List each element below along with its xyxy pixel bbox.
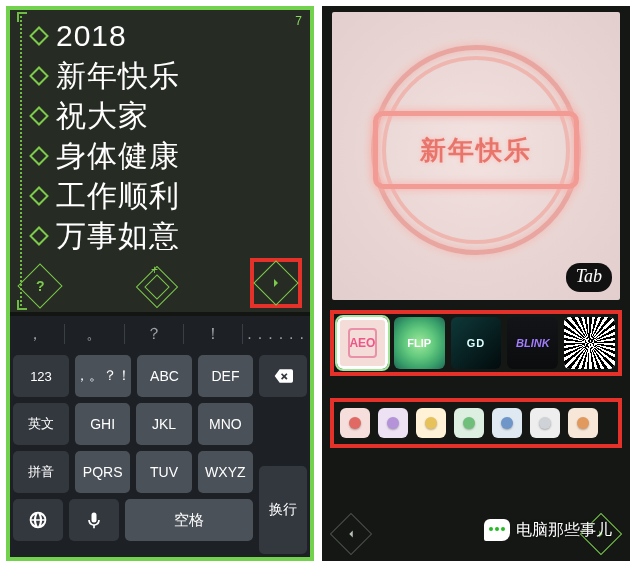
- key-wxyz[interactable]: WXYZ: [198, 451, 253, 493]
- key-return[interactable]: 换行: [259, 466, 307, 554]
- key-pqrs[interactable]: PQRS: [75, 451, 130, 493]
- key-backspace[interactable]: [259, 355, 307, 397]
- preview-canvas[interactable]: 新年快乐 Tab: [332, 12, 620, 300]
- style-preset[interactable]: [564, 317, 615, 369]
- key-space[interactable]: 空格: [125, 499, 253, 541]
- line-bullet-icon: [29, 66, 49, 86]
- text-line[interactable]: 2018: [32, 16, 180, 56]
- line-bullet-icon: [29, 26, 49, 46]
- suggestion-bar[interactable]: ， 。 ？ ！ ......: [10, 316, 310, 352]
- color-swatch[interactable]: [568, 408, 598, 438]
- left-screenshot: 7 2018 新年快乐 祝大家 身体健康 工作顺利 万事如意 ? + ， 。 ？…: [6, 6, 314, 561]
- key-punct[interactable]: ，。？！: [75, 355, 131, 397]
- key-ghi[interactable]: GHI: [75, 403, 130, 445]
- swatch-led-icon: [501, 417, 513, 429]
- suggestion[interactable]: ......: [247, 325, 310, 343]
- color-swatch[interactable]: [340, 408, 370, 438]
- tab-watermark: Tab: [566, 263, 612, 292]
- style-preset[interactable]: GD: [451, 317, 502, 369]
- text-line[interactable]: 新年快乐: [32, 56, 180, 96]
- color-swatch[interactable]: [530, 408, 560, 438]
- canvas-toolbar: ? +: [10, 258, 310, 312]
- suggestion[interactable]: ？: [129, 324, 179, 345]
- swatch-led-icon: [539, 417, 551, 429]
- text-canvas[interactable]: 7 2018 新年快乐 祝大家 身体健康 工作顺利 万事如意 ? +: [10, 10, 310, 312]
- help-button[interactable]: ?: [17, 263, 62, 308]
- text-line[interactable]: 工作顺利: [32, 176, 180, 216]
- key-123[interactable]: 123: [13, 355, 69, 397]
- neon-text: 新年快乐: [420, 133, 532, 168]
- line-bullet-icon: [29, 226, 49, 246]
- key-voice[interactable]: [69, 499, 119, 541]
- color-swatch[interactable]: [492, 408, 522, 438]
- key-jkl[interactable]: JKL: [136, 403, 191, 445]
- text-line[interactable]: 祝大家: [32, 96, 180, 136]
- key-def[interactable]: DEF: [198, 355, 253, 397]
- key-pinyin[interactable]: 拼音: [13, 451, 69, 493]
- wechat-watermark: 电脑那些事儿: [484, 519, 612, 541]
- add-frame-button[interactable]: +: [136, 266, 178, 308]
- swatch-led-icon: [577, 417, 589, 429]
- suggestion[interactable]: ，: [10, 324, 60, 345]
- color-swatch-row: [330, 398, 622, 448]
- wechat-icon: [484, 519, 510, 541]
- swatch-led-icon: [387, 417, 399, 429]
- line-bullet-icon: [29, 106, 49, 126]
- key-abc[interactable]: ABC: [137, 355, 192, 397]
- color-swatch[interactable]: [378, 408, 408, 438]
- key-tuv[interactable]: TUV: [136, 451, 191, 493]
- line-counter: 7: [295, 14, 302, 28]
- style-preset[interactable]: FLIP: [394, 317, 445, 369]
- suggestion[interactable]: ！: [188, 324, 238, 345]
- line-bullet-icon: [29, 146, 49, 166]
- color-swatch[interactable]: [454, 408, 484, 438]
- swatch-led-icon: [463, 417, 475, 429]
- color-swatch[interactable]: [416, 408, 446, 438]
- key-globe[interactable]: [13, 499, 63, 541]
- right-screenshot: 新年快乐 Tab AEO FLIP GD BLINK 电脑那些事儿: [322, 6, 630, 561]
- next-button[interactable]: [253, 260, 298, 305]
- style-preset[interactable]: AEO: [337, 317, 388, 369]
- ios-keyboard: ， 。 ？ ！ ...... 123 ，。？！ ABC DEF 英文 GHI J…: [10, 316, 310, 557]
- prev-button[interactable]: [330, 513, 372, 555]
- style-presets-row: AEO FLIP GD BLINK: [330, 310, 622, 376]
- suggestion[interactable]: 。: [69, 324, 119, 345]
- style-preset[interactable]: BLINK: [507, 317, 558, 369]
- line-bullet-icon: [29, 186, 49, 206]
- key-mno[interactable]: MNO: [198, 403, 253, 445]
- key-english[interactable]: 英文: [13, 403, 69, 445]
- text-line[interactable]: 万事如意: [32, 216, 180, 256]
- lines-container: 2018 新年快乐 祝大家 身体健康 工作顺利 万事如意: [32, 16, 180, 256]
- text-line[interactable]: 身体健康: [32, 136, 180, 176]
- annotation-highlight: [250, 258, 302, 308]
- swatch-led-icon: [349, 417, 361, 429]
- swatch-led-icon: [425, 417, 437, 429]
